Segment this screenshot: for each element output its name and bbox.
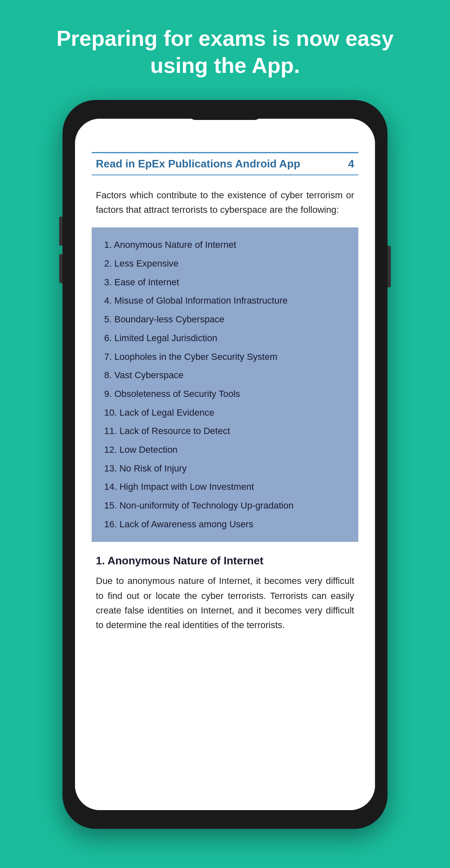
list-item: 15. Non-uniformity of Technology Up-grad… — [104, 496, 346, 515]
list-item: 10. Lack of Legal Evidence — [104, 404, 346, 422]
phone-frame: Read in EpEx Publications Android App 4 … — [62, 100, 388, 829]
section-1-heading: 1. Anonymous Nature of Internet — [92, 554, 358, 567]
list-item: 9. Obsoleteness of Security Tools — [104, 385, 346, 404]
list-item: 5. Boundary-less Cyberspace — [104, 310, 346, 329]
list-item: 12. Low Detection — [104, 441, 346, 459]
list-item: 7. Loopholes in the Cyber Security Syste… — [104, 348, 346, 367]
section-1: 1. Anonymous Nature of Internet Due to a… — [92, 554, 358, 632]
screen-content[interactable]: Read in EpEx Publications Android App 4 … — [75, 119, 375, 810]
page-header-title: Read in EpEx Publications Android App — [96, 157, 300, 170]
page-number: 4 — [348, 157, 354, 170]
factors-list: 1. Anonymous Nature of Internet2. Less E… — [92, 227, 358, 542]
volume-down-button — [59, 254, 62, 283]
list-item: 13. No Risk of Injury — [104, 459, 346, 478]
list-item: 3. Ease of Internet — [104, 273, 346, 292]
header-area: Preparing for exams is now easy using th… — [0, 0, 450, 100]
list-item: 4. Misuse of Global Information Infrastr… — [104, 292, 346, 310]
list-item: 11. Lack of Resource to Detect — [104, 422, 346, 441]
volume-up-button — [59, 217, 62, 246]
app-tagline: Preparing for exams is now easy using th… — [0, 0, 450, 100]
page-header: Read in EpEx Publications Android App 4 — [92, 152, 358, 175]
list-item: 1. Anonymous Nature of Internet — [104, 236, 346, 254]
section-1-text: Due to anonymous nature of Internet, it … — [92, 574, 358, 632]
list-item: 6. Limited Legal Jurisdiction — [104, 329, 346, 348]
list-item: 8. Vast Cyberspace — [104, 366, 346, 385]
list-item: 2. Less Expensive — [104, 254, 346, 273]
intro-paragraph: Factors which contribute to the existenc… — [92, 188, 358, 217]
list-item: 14. High Impact with Low Investment — [104, 478, 346, 496]
list-item: 16. Lack of Awareness among Users — [104, 515, 346, 534]
phone-screen: Read in EpEx Publications Android App 4 … — [75, 119, 375, 810]
